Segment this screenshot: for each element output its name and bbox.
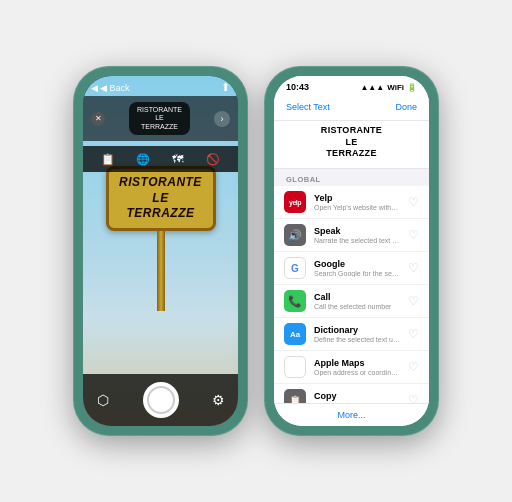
copy-content: Copy Copy the selected text for use in o… xyxy=(314,391,400,403)
list-item[interactable]: 📞 Call Call the selected number ♡ xyxy=(274,285,429,318)
maps-title: Apple Maps xyxy=(314,358,400,368)
yelp-title: Yelp xyxy=(314,193,400,203)
speak-subtitle: Narrate the selected text using Text-To-… xyxy=(314,237,400,244)
favorite-icon[interactable]: ♡ xyxy=(408,327,419,341)
call-title: Call xyxy=(314,292,400,302)
dictionary-title: Dictionary xyxy=(314,325,400,335)
select-text-button[interactable]: Select Text xyxy=(286,102,330,112)
back-label: ◀ Back xyxy=(100,83,130,93)
signal-icon: ▲▲▲ xyxy=(360,83,384,92)
yelp-icon: yelp xyxy=(284,191,306,213)
google-icon: G xyxy=(284,257,306,279)
google-subtitle: Search Google for the selected text xyxy=(314,270,400,277)
gallery-icon[interactable]: ⬡ xyxy=(91,388,115,412)
google-content: Google Search Google for the selected te… xyxy=(314,259,400,277)
selected-text-display: RISTORANTELETERRAZZE xyxy=(274,121,429,169)
back-chevron: ◀ xyxy=(91,83,98,93)
speak-content: Speak Narrate the selected text using Te… xyxy=(314,226,400,244)
call-content: Call Call the selected number xyxy=(314,292,400,310)
map-action-icon[interactable]: 🗺 xyxy=(169,150,187,168)
sign-text-line2: LE xyxy=(119,191,203,207)
camera-view: ◀ ◀ Back ⬆ ✕ RISTORANTELETERRAZZE › 📋 🌐 … xyxy=(83,76,238,426)
shutter-button[interactable] xyxy=(143,382,179,418)
yelp-content: Yelp Open Yelp's website with this text xyxy=(314,193,400,211)
list-item[interactable]: 🗺 Apple Maps Open address or coordinate … xyxy=(274,351,429,384)
camera-nav-bar: ◀ ◀ Back ⬆ xyxy=(83,76,238,99)
list-item[interactable]: 📋 Copy Copy the selected text for use in… xyxy=(274,384,429,403)
sign-pole xyxy=(157,231,165,311)
dictionary-icon: Aa xyxy=(284,323,306,345)
menu-header-row: Select Text Done xyxy=(274,96,429,121)
google-title: Google xyxy=(314,259,400,269)
restaurant-sign: RISTORANTE LE TERRAZZE xyxy=(106,166,216,311)
block-action-icon[interactable]: 🚫 xyxy=(204,150,222,168)
favorite-icon[interactable]: ♡ xyxy=(408,228,419,242)
selected-text: RISTORANTELETERRAZZE xyxy=(286,125,417,160)
maps-icon: 🗺 xyxy=(284,356,306,378)
next-button[interactable]: › xyxy=(214,111,230,127)
sign-text-line3: TERRAZZE xyxy=(119,206,203,222)
status-time: 10:43 xyxy=(286,82,309,92)
share-icon[interactable]: ⬆ xyxy=(221,81,230,94)
dictionary-subtitle: Define the selected text using the built… xyxy=(314,336,400,343)
wifi-icon: WiFi xyxy=(387,83,404,92)
copy-action-icon[interactable]: 📋 xyxy=(99,150,117,168)
favorite-icon[interactable]: ♡ xyxy=(408,261,419,275)
back-button[interactable]: ◀ ◀ Back xyxy=(91,83,130,93)
list-item[interactable]: 🔊 Speak Narrate the selected text using … xyxy=(274,219,429,252)
battery-icon: 🔋 xyxy=(407,83,417,92)
dictionary-content: Dictionary Define the selected text usin… xyxy=(314,325,400,343)
favorite-icon[interactable]: ♡ xyxy=(408,195,419,209)
global-section-label: GLOBAL xyxy=(274,169,429,186)
done-button[interactable]: Done xyxy=(395,102,417,112)
copy-title: Copy xyxy=(314,391,400,401)
maps-subtitle: Open address or coordinate in Apple Maps xyxy=(314,369,400,376)
speak-icon: 🔊 xyxy=(284,224,306,246)
left-phone: ◀ ◀ Back ⬆ ✕ RISTORANTELETERRAZZE › 📋 🌐 … xyxy=(73,66,248,436)
sign-text-line1: RISTORANTE xyxy=(119,175,203,191)
sign-board: RISTORANTE LE TERRAZZE xyxy=(106,166,216,231)
call-subtitle: Call the selected number xyxy=(314,303,400,310)
settings-icon[interactable]: ⚙ xyxy=(206,388,230,412)
action-icons-row: 📋 🌐 🗺 🚫 xyxy=(83,146,238,172)
web-action-icon[interactable]: 🌐 xyxy=(134,150,152,168)
maps-content: Apple Maps Open address or coordinate in… xyxy=(314,358,400,376)
recognized-box: RISTORANTELETERRAZZE xyxy=(129,102,190,135)
recognized-text-bar: ✕ RISTORANTELETERRAZZE › xyxy=(83,96,238,141)
favorite-icon[interactable]: ♡ xyxy=(408,393,419,403)
list-item[interactable]: yelp Yelp Open Yelp's website with this … xyxy=(274,186,429,219)
status-bar: 10:43 ▲▲▲ WiFi 🔋 xyxy=(274,76,429,96)
recognized-text: RISTORANTELETERRAZZE xyxy=(137,106,182,131)
call-icon: 📞 xyxy=(284,290,306,312)
menu-list: yelp Yelp Open Yelp's website with this … xyxy=(274,186,429,403)
favorite-icon[interactable]: ♡ xyxy=(408,360,419,374)
right-phone: 10:43 ▲▲▲ WiFi 🔋 Select Text Done RISTOR… xyxy=(264,66,439,436)
speak-title: Speak xyxy=(314,226,400,236)
copy-icon: 📋 xyxy=(284,389,306,403)
close-button[interactable]: ✕ xyxy=(91,112,105,126)
list-item[interactable]: G Google Search Google for the selected … xyxy=(274,252,429,285)
more-link[interactable]: More... xyxy=(274,403,429,426)
yelp-subtitle: Open Yelp's website with this text xyxy=(314,204,400,211)
camera-bottom-bar: ⬡ ⚙ xyxy=(83,374,238,426)
shutter-inner xyxy=(147,386,175,414)
status-icons: ▲▲▲ WiFi 🔋 xyxy=(360,83,417,92)
favorite-icon[interactable]: ♡ xyxy=(408,294,419,308)
list-item[interactable]: Aa Dictionary Define the selected text u… xyxy=(274,318,429,351)
